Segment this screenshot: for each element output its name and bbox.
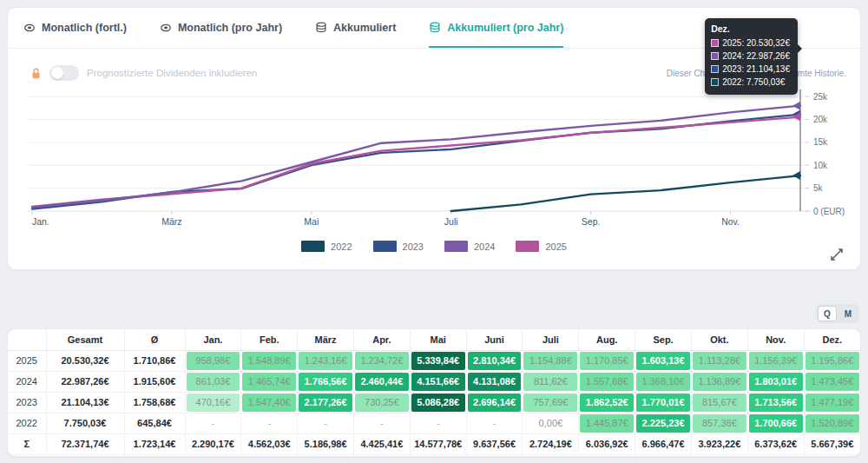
expand-chart-button[interactable] <box>827 245 846 264</box>
legend-label: 2025 <box>545 241 566 252</box>
tooltip-value: 2022: 7.750,03€ <box>722 76 785 89</box>
gesamt-cell: 22.987,26€ <box>46 371 124 392</box>
table-row-2025: 202520.530,32€1.710,86€958,98€1.548,89€1… <box>8 350 860 371</box>
month-value-cell: 1.477,19€ <box>804 392 860 413</box>
legend-item-2023[interactable]: 2023 <box>373 241 424 252</box>
column-header-year <box>8 329 46 350</box>
table-row-2024: 202422.987,26€1.915,60€861,03€1.465,74€1… <box>8 371 860 392</box>
year-cell: 2023 <box>8 392 46 413</box>
forecast-toggle-row: Prognostizierte Dividenden inkludieren <box>30 65 257 81</box>
tooltip-row-2025: 2025: 20.530,32€ <box>711 36 790 50</box>
year-cell: 2025 <box>8 350 46 371</box>
tooltip-pointer <box>798 44 802 53</box>
svg-text:15k: 15k <box>813 137 828 147</box>
chart-card: Monatlich (fortl.)Monatlich (pro Jahr)Ak… <box>7 7 861 270</box>
svg-text:10k: 10k <box>813 161 828 170</box>
gesamt-cell: 72.371,74€ <box>46 433 124 454</box>
coins-stack-icon <box>429 22 441 34</box>
column-header-Okt.: Okt. <box>691 329 747 350</box>
month-value-cell: 1.465,74€ <box>241 371 298 392</box>
svg-text:0 (EUR): 0 (EUR) <box>813 207 845 216</box>
column-header-Juni: Juni <box>466 329 523 350</box>
month-value-cell: 958,98€ <box>185 350 241 371</box>
average-cell: 1.710,86€ <box>124 350 185 371</box>
month-value-cell: 6.373,62€ <box>747 433 804 454</box>
month-value-cell: 4.151,66€ <box>410 371 466 392</box>
dividend-table: GesamtØJan.Feb.MärzApr.MaiJuniJuliAug.Se… <box>8 329 860 455</box>
column-header-März: März <box>298 329 354 350</box>
month-value-cell: 4.425,41€ <box>353 433 410 454</box>
dividend-line-chart[interactable]: 25k20k15k10k5k0 (EUR)Jan.MärzMaiJuliSep.… <box>22 88 864 232</box>
month-value-cell: - <box>298 413 354 433</box>
month-value-cell: 5.186,98€ <box>298 433 354 454</box>
month-value-cell: 1.766,56€ <box>298 371 354 392</box>
svg-text:Mai: Mai <box>304 216 319 227</box>
svg-text:Nov.: Nov. <box>721 216 740 227</box>
month-value-cell: 857,38€ <box>691 413 747 433</box>
month-value-cell: 1.136,89€ <box>691 371 747 392</box>
table-row-2023: 202321.104,13€1.758,68€470,16€1.547,40€2… <box>8 392 860 413</box>
gesamt-cell: 21.104,13€ <box>46 392 124 413</box>
forecast-toggle[interactable] <box>49 65 79 81</box>
month-value-cell: 1.803,01€ <box>747 371 804 392</box>
svg-text:5k: 5k <box>813 183 824 193</box>
tab-label: Akkumuliert <box>333 22 396 34</box>
legend-item-2022[interactable]: 2022 <box>301 241 352 252</box>
table-row-2022: 20227.750,03€645,84€------0,00€1.445,87€… <box>8 413 860 433</box>
svg-text:Sep.: Sep. <box>582 216 601 227</box>
svg-text:Juli: Juli <box>444 216 458 227</box>
month-value-cell: 1.156,39€ <box>747 350 804 371</box>
month-value-cell: 1.547,40€ <box>241 392 298 413</box>
legend-color-chip <box>444 241 468 252</box>
month-value-cell: 2.177,26€ <box>298 392 354 413</box>
average-cell: 1.758,68€ <box>124 392 185 413</box>
column-header-Sep.: Sep. <box>635 329 692 350</box>
tab-akkumuliert-pro-jahr-[interactable]: Akkumuliert (pro Jahr) <box>429 8 563 48</box>
tooltip-month: Dez. <box>711 23 790 34</box>
month-value-cell: 1.170,85€ <box>579 350 635 371</box>
tooltip-value: 2023: 21.104,13€ <box>722 63 790 76</box>
chart-canvas: 25k20k15k10k5k0 (EUR)Jan.MärzMaiJuliSep.… <box>22 88 864 232</box>
month-value-cell: 1.473,45€ <box>804 371 860 392</box>
month-value-cell: 2.696,14€ <box>466 392 523 413</box>
table-header-row: GesamtØJan.Feb.MärzApr.MaiJuniJuliAug.Se… <box>8 329 860 350</box>
tab-monatlich-pro-jahr-[interactable]: Monatlich (pro Jahr) <box>160 8 282 48</box>
month-value-cell: 2.225,23€ <box>635 413 692 433</box>
legend-item-2024[interactable]: 2024 <box>444 241 495 252</box>
period-granularity-control: QM <box>816 304 859 323</box>
month-value-cell: 5.086,28€ <box>410 392 466 413</box>
series-color-chip <box>711 39 719 47</box>
tab-monatlich-fortl-[interactable]: Monatlich (fortl.) <box>23 8 127 48</box>
coin-icon <box>160 22 172 34</box>
month-value-cell: 1.243,16€ <box>298 350 354 371</box>
month-value-cell: 2.460,44€ <box>353 371 410 392</box>
coin-icon <box>23 22 36 34</box>
month-value-cell: 815,67€ <box>691 392 747 413</box>
month-value-cell: 730,25€ <box>353 392 410 413</box>
tooltip-row-2024: 2024: 22.987,26€ <box>711 50 790 63</box>
tab-akkumuliert[interactable]: Akkumuliert <box>315 8 396 48</box>
legend-color-chip <box>373 241 397 252</box>
legend-color-chip <box>516 241 539 252</box>
period-option-m[interactable]: M <box>838 306 858 321</box>
month-value-cell: - <box>185 413 241 433</box>
year-cell: 2022 <box>8 413 46 433</box>
month-value-cell: 4.562,03€ <box>241 433 298 454</box>
period-option-q[interactable]: Q <box>818 306 837 321</box>
month-value-cell: 1.234,72€ <box>353 350 410 371</box>
tooltip-row-2022: 2022: 7.750,03€ <box>711 76 790 89</box>
legend-item-2025[interactable]: 2025 <box>516 241 566 252</box>
month-value-cell: 0,00€ <box>523 413 579 433</box>
month-value-cell: 6.966,47€ <box>635 433 692 454</box>
month-value-cell: - <box>466 413 523 433</box>
tooltip-value: 2024: 22.987,26€ <box>722 50 790 63</box>
tab-label: Monatlich (fortl.) <box>42 22 127 34</box>
month-value-cell: 5.339,84€ <box>410 350 466 371</box>
chart-tooltip: Dez. 2025: 20.530,32€2024: 22.987,26€202… <box>705 18 798 95</box>
legend-color-chip <box>301 241 325 252</box>
month-value-cell: 6.036,92€ <box>579 433 635 454</box>
column-header-Apr.: Apr. <box>353 329 410 350</box>
month-value-cell: - <box>410 413 466 433</box>
average-cell: 1.723,14€ <box>124 433 185 454</box>
tooltip-value: 2025: 20.530,32€ <box>722 36 790 50</box>
